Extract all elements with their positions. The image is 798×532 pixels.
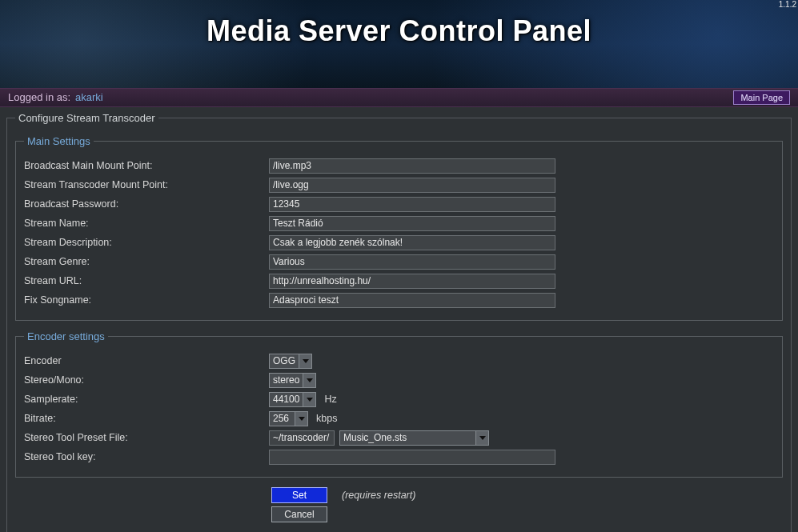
mount-trans-label: Stream Transcoder Mount Point: <box>24 179 269 190</box>
encoder-settings-fieldset: Encoder settings Encoder OGG Stereo/Mono… <box>15 330 783 478</box>
preset-file-select[interactable]: Music_One.sts <box>339 430 489 446</box>
fix-songname-input[interactable] <box>269 293 555 308</box>
dropdown-icon[interactable] <box>295 411 308 426</box>
samplerate-select[interactable]: 44100 <box>269 392 316 407</box>
preset-file-select-value: Music_One.sts <box>339 430 475 446</box>
app-title: Media Server Control Panel <box>0 14 798 48</box>
samplerate-label: Samplerate: <box>24 394 269 405</box>
encoder-select-value: OGG <box>269 354 299 369</box>
stereo-mono-select[interactable]: stereo <box>269 373 316 388</box>
login-bar: Logged in as: akarki Main Page <box>0 88 798 107</box>
configure-transcoder-fieldset: Configure Stream Transcoder Main Setting… <box>6 112 792 532</box>
stream-genre-input[interactable] <box>269 254 555 270</box>
bitrate-unit: kbps <box>316 413 337 424</box>
stream-url-label: Stream URL: <box>24 275 269 286</box>
configure-transcoder-legend: Configure Stream Transcoder <box>15 112 158 124</box>
requires-restart-note: (requires restart) <box>342 490 415 501</box>
header-banner: 1.1.2 Media Server Control Panel <box>0 0 798 88</box>
bitrate-label: Bitrate: <box>24 413 269 424</box>
samplerate-select-value: 44100 <box>269 392 303 407</box>
samplerate-unit: Hz <box>324 394 336 405</box>
mount-main-input[interactable] <box>269 158 555 174</box>
dropdown-icon[interactable] <box>299 354 312 369</box>
bitrate-select[interactable]: 256 <box>269 411 308 426</box>
mount-main-label: Broadcast Main Mount Point: <box>24 160 269 171</box>
stream-name-input[interactable] <box>269 216 555 231</box>
dropdown-icon[interactable] <box>475 430 489 446</box>
logged-in-label: Logged in as: <box>8 88 70 107</box>
stream-url-input[interactable] <box>269 274 555 289</box>
dropdown-icon[interactable] <box>303 373 316 388</box>
main-settings-legend: Main Settings <box>24 135 94 147</box>
encoder-label: Encoder <box>24 355 269 366</box>
stream-genre-label: Stream Genre: <box>24 256 269 267</box>
preset-file-label: Stereo Tool Preset File: <box>24 432 269 443</box>
stereo-tool-key-label: Stereo Tool key: <box>24 451 269 462</box>
bitrate-select-value: 256 <box>269 411 295 426</box>
password-label: Broadcast Password: <box>24 198 269 210</box>
main-page-button[interactable]: Main Page <box>733 90 790 105</box>
main-settings-fieldset: Main Settings Broadcast Main Mount Point… <box>15 135 783 321</box>
stream-name-label: Stream Name: <box>24 218 269 229</box>
stereo-mono-select-value: stereo <box>269 373 303 388</box>
fix-songname-label: Fix Songname: <box>24 294 269 306</box>
stream-description-input[interactable] <box>269 235 555 250</box>
encoder-select[interactable]: OGG <box>269 354 312 369</box>
logged-in-user: akarki <box>75 88 103 107</box>
cancel-button[interactable]: Cancel <box>271 506 327 522</box>
mount-trans-input[interactable] <box>269 178 555 193</box>
dropdown-icon[interactable] <box>303 392 316 407</box>
password-input[interactable] <box>269 197 555 212</box>
set-button[interactable]: Set <box>271 487 327 503</box>
version-label: 1.1.2 <box>779 0 796 9</box>
page-body: Configure Stream Transcoder Main Setting… <box>0 107 798 532</box>
preset-path-input[interactable] <box>269 430 335 446</box>
stream-description-label: Stream Description: <box>24 237 269 248</box>
stereo-mono-label: Stereo/Mono: <box>24 374 269 386</box>
encoder-settings-legend: Encoder settings <box>24 330 108 342</box>
stereo-tool-key-input[interactable] <box>269 450 555 465</box>
